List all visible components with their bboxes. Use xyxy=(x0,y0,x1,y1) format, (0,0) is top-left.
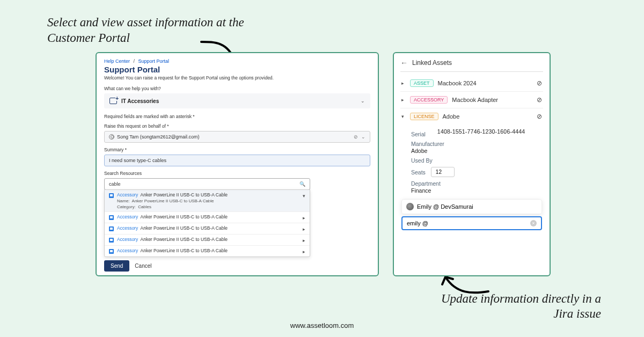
manufacturer-value: Adobe xyxy=(411,148,541,154)
support-portal-panel: Help Center / Support Portal Support Por… xyxy=(96,52,379,276)
dropdown-item-expanded[interactable]: Accessory Anker PowerLine II USB-C to US… xyxy=(105,190,310,212)
manufacturer-label: Manufacturer xyxy=(411,141,541,147)
chevron-right-icon: ▸ xyxy=(303,226,305,232)
it-accessories-icon xyxy=(109,98,117,104)
accessory-icon xyxy=(109,193,114,198)
portal-title: Support Portal xyxy=(104,65,370,74)
user-suggestion[interactable]: Emily @ DevSamurai xyxy=(401,199,542,214)
accessory-icon xyxy=(109,249,114,254)
welcome-text: Welcome! You can raise a request for the… xyxy=(104,75,370,80)
user-suggest-name: Emily @ DevSamurai xyxy=(417,203,473,210)
serial-label: Serial xyxy=(411,131,426,137)
asset-row[interactable]: ▸ ASSET Macbook 2024 ⊘ xyxy=(400,75,543,92)
breadcrumb-support-portal[interactable]: Support Portal xyxy=(138,58,170,64)
dropdown-item[interactable]: Accessory Anker PowerLine II USB-C to US… xyxy=(105,246,310,257)
accessory-icon xyxy=(109,238,114,243)
search-dropdown: Accessory Anker PowerLine II USB-C to US… xyxy=(104,189,310,257)
dropdown-item[interactable]: Accessory Anker PowerLine II USB-C to US… xyxy=(105,235,310,246)
dropdown-item[interactable]: Accessory Anker PowerLine II USB-C to US… xyxy=(105,223,310,235)
clear-icon[interactable]: × xyxy=(530,220,537,226)
clear-icon[interactable]: ⊘ xyxy=(354,134,358,140)
user-icon xyxy=(109,134,114,140)
dropdown-item[interactable]: Accessory Anker PowerLine II USB-C to US… xyxy=(105,212,310,223)
breadcrumb-help-center[interactable]: Help Center xyxy=(104,58,130,64)
asset-name: Macbook 2024 xyxy=(438,80,477,86)
cancel-button[interactable]: Cancel xyxy=(135,263,151,269)
caret-right-icon[interactable]: ▸ xyxy=(401,97,406,102)
linked-assets-panel: ← Linked Assets ▸ ASSET Macbook 2024 ⊘ ▸… xyxy=(393,52,551,276)
chevron-down-icon: ⌄ xyxy=(361,98,365,104)
chevron-right-icon: ▸ xyxy=(303,238,305,243)
asset-badge: ASSET xyxy=(410,79,434,87)
usedby-label: Used By xyxy=(411,157,541,164)
avatar xyxy=(406,203,414,210)
unlink-icon[interactable]: ⊘ xyxy=(537,113,542,120)
asset-name: Adobe xyxy=(443,113,460,120)
caret-right-icon[interactable]: ▸ xyxy=(401,80,406,86)
back-arrow-icon[interactable]: ← xyxy=(400,58,408,67)
accessory-badge: ACCESSORY xyxy=(410,96,448,104)
serial-value: 1408-1551-7746-1230-1606-4444 xyxy=(437,128,525,137)
caret-down-icon[interactable]: ▾ xyxy=(401,114,406,119)
chevron-right-icon: ▸ xyxy=(303,215,305,221)
license-details: Serial 1408-1551-7746-1230-1606-4444 Man… xyxy=(400,124,543,196)
unlink-icon[interactable]: ⊘ xyxy=(537,96,542,104)
help-label: What can we help you with? xyxy=(104,86,370,91)
search-icon: 🔍 xyxy=(299,181,305,187)
department-value: Finance xyxy=(411,187,541,194)
accessory-icon xyxy=(109,226,114,231)
chevron-down-icon: ▾ xyxy=(303,193,305,199)
summary-input[interactable]: I need some type-C cables xyxy=(104,155,370,166)
behalf-label: Raise this request on behalf of * xyxy=(104,123,370,129)
unlink-icon[interactable]: ⊘ xyxy=(537,79,542,87)
linked-assets-title: Linked Assets xyxy=(412,59,452,67)
send-button[interactable]: Send xyxy=(104,260,129,272)
breadcrumb: Help Center / Support Portal xyxy=(104,58,370,64)
required-note: Required fields are marked with an aster… xyxy=(104,114,370,119)
user-search-input[interactable]: emily @ × xyxy=(401,216,542,230)
search-resources-label: Search Resources xyxy=(104,171,370,176)
summary-label: Summary * xyxy=(104,147,370,152)
asset-name: Macbook Adapter xyxy=(452,97,498,103)
chevron-down-icon[interactable]: ⌄ xyxy=(361,134,365,140)
user-search-value: emily @ xyxy=(407,220,428,226)
search-resources-input[interactable]: cable 🔍 xyxy=(104,178,310,190)
asset-row[interactable]: ▸ ACCESSORY Macbook Adapter ⊘ xyxy=(400,92,543,108)
asset-row-expanded[interactable]: ▾ LICENSE Adobe ⊘ xyxy=(400,108,543,124)
license-badge: LICENSE xyxy=(410,113,438,120)
footer-url: www.assetloom.com xyxy=(0,321,644,329)
accessory-icon xyxy=(109,215,114,220)
seats-input[interactable]: 12 xyxy=(431,167,455,177)
seats-label: Seats xyxy=(411,169,426,175)
category-select[interactable]: IT Accessories ⌄ xyxy=(104,93,370,108)
category-value: IT Accessories xyxy=(121,98,159,104)
chevron-right-icon: ▸ xyxy=(303,249,305,254)
department-label: Department xyxy=(411,180,541,187)
behalf-input[interactable]: Song Tam (songtam2612@gmail.com) ⊘⌄ xyxy=(104,131,370,143)
